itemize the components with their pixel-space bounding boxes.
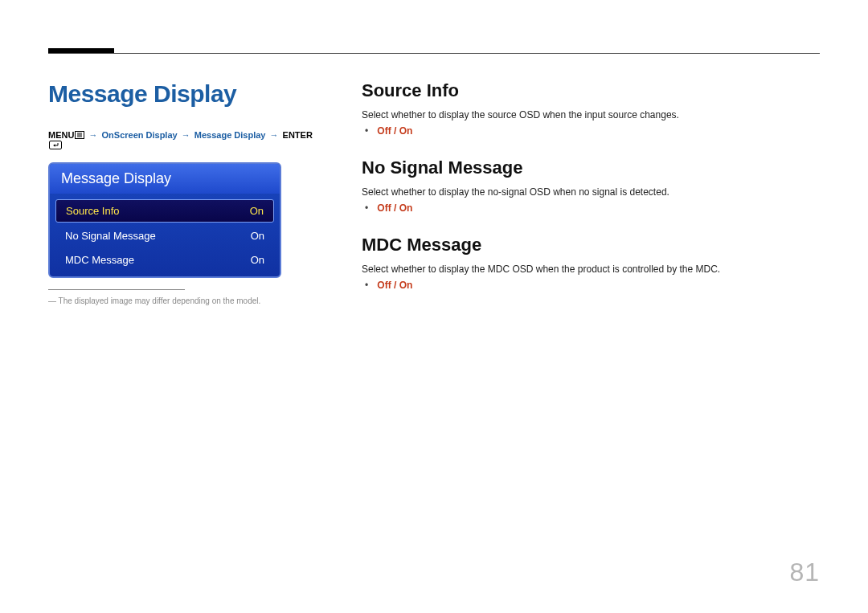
section-desc: Select whether to display the no-signal … (362, 186, 820, 198)
breadcrumb-step-1: OnScreen Display (102, 130, 178, 140)
section-heading: Source Info (362, 80, 820, 101)
section-mdc-message: MDC Message Select whether to display th… (362, 235, 820, 291)
section-heading: MDC Message (362, 235, 820, 255)
section-options: • Off / On (362, 125, 820, 137)
section-options: • Off / On (362, 202, 820, 214)
osd-item-label: Source Info (66, 205, 242, 217)
section-source-info: Source Info Select whether to display th… (362, 80, 820, 137)
page-title: Message Display (48, 80, 313, 108)
breadcrumb: MENU → OnScreen Display → Message Displa… (48, 130, 313, 149)
osd-item-label: MDC Message (65, 254, 243, 266)
menu-icon (75, 131, 84, 139)
breadcrumb-enter-label: ENTER (283, 130, 313, 140)
section-desc: Select whether to display the MDC OSD wh… (362, 264, 820, 275)
osd-item-no-signal-message[interactable]: No Signal Message On (55, 225, 274, 247)
disclaimer-text: The displayed image may differ depending… (48, 296, 313, 305)
chapter-rule (48, 53, 820, 54)
separator (48, 289, 185, 290)
page-number: 81 (789, 558, 820, 587)
osd-item-value: On (243, 230, 264, 242)
osd-panel: Message Display Source Info On No Signal… (48, 162, 281, 278)
osd-item-value: On (242, 205, 264, 217)
section-heading: No Signal Message (362, 157, 820, 178)
enter-icon (49, 141, 62, 149)
osd-item-source-info[interactable]: Source Info On (55, 199, 274, 223)
breadcrumb-step-2: Message Display (194, 130, 266, 140)
osd-item-label: No Signal Message (65, 230, 243, 242)
osd-header: Message Display (50, 164, 280, 194)
section-no-signal-message: No Signal Message Select whether to disp… (362, 157, 820, 214)
section-options: • Off / On (362, 280, 820, 291)
osd-item-mdc-message[interactable]: MDC Message On (55, 249, 274, 271)
osd-item-value: On (243, 254, 264, 266)
breadcrumb-menu-label: MENU (48, 130, 74, 140)
section-desc: Select whether to display the source OSD… (362, 109, 820, 121)
